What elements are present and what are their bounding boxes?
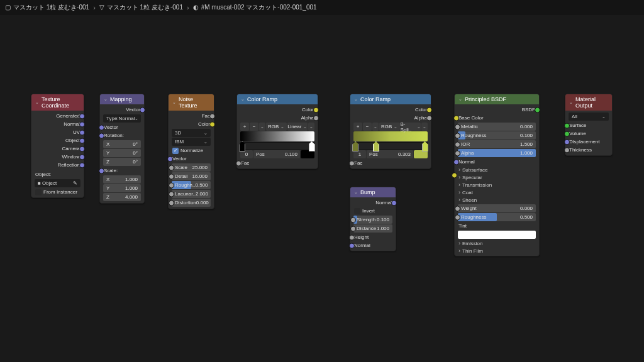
breadcrumb-item[interactable]: ◐#M muscat-002 マスカット-002-001_001 (193, 3, 317, 12)
ramp-tools[interactable]: ⌄ (421, 123, 428, 131)
socket[interactable] (349, 234, 355, 240)
socket[interactable] (455, 206, 460, 211)
bsdf-sheen-rough[interactable]: Roughness0.500 (458, 213, 536, 221)
socket[interactable] (99, 133, 104, 138)
rot-y[interactable]: Y0° (103, 149, 141, 157)
ramp-mode[interactable]: RGB⌄ (266, 123, 287, 131)
socket[interactable] (167, 156, 173, 162)
socket[interactable] (350, 226, 356, 231)
scale-x[interactable]: X1.000 (103, 175, 141, 184)
output-target[interactable]: All⌄ (569, 112, 609, 121)
socket[interactable] (455, 214, 460, 220)
normalize-check[interactable]: ✓ (172, 148, 179, 154)
node-color-ramp-1[interactable]: ⌄Color Ramp Color Alpha + − ⌄ RGB⌄ Linea… (236, 94, 318, 169)
noise-scale[interactable]: Scale25.000 (172, 163, 211, 172)
noise-type[interactable]: fBM⌄ (172, 138, 211, 146)
bsdf-metallic[interactable]: Metallic0.000 (458, 123, 536, 131)
node-bump[interactable]: ⌄Bump Normal Invert Strength0.100 Distan… (350, 187, 396, 251)
rot-x[interactable]: X0° (103, 140, 141, 148)
socket[interactable] (313, 115, 319, 121)
ramp-interp[interactable]: B-Spli..⌄ (401, 123, 421, 131)
noise-roughness[interactable]: Roughn..0.500 (172, 181, 211, 189)
invert-check[interactable] (354, 208, 360, 214)
bump-distance[interactable]: Distance1.000 (353, 224, 392, 233)
socket[interactable] (564, 123, 570, 128)
noise-detail[interactable]: Detail16.000 (172, 172, 211, 180)
from-instancer-check[interactable] (35, 189, 42, 195)
node-material-output[interactable]: ⌄Material Output All⌄ Surface Volume Dis… (565, 94, 613, 156)
socket[interactable] (564, 147, 570, 153)
panel-sheen[interactable]: Sheen (457, 196, 537, 204)
socket[interactable] (535, 107, 540, 112)
socket[interactable] (140, 107, 145, 112)
ramp-menu[interactable]: ⌄ (372, 123, 379, 131)
socket[interactable] (99, 168, 104, 173)
bsdf-alpha[interactable]: Alpha1.000 (458, 149, 536, 157)
bsdf-roughness[interactable]: Roughness0.100 (458, 131, 536, 140)
socket[interactable] (79, 154, 85, 160)
ramp-tools[interactable]: ⌄ (308, 123, 314, 131)
scale-z[interactable]: Z4.000 (103, 193, 141, 201)
ramp-add[interactable]: + (353, 123, 362, 131)
panel-subsurface[interactable]: Subsurface (457, 166, 537, 173)
socket[interactable] (169, 165, 174, 170)
bsdf-weight[interactable]: Weight0.000 (458, 204, 536, 212)
panel-specular[interactable]: Specular (457, 173, 537, 181)
node-texture-coordinate[interactable]: ⌄Texture Coordinate Generated Normal UV … (31, 94, 84, 198)
object-picker[interactable]: ■ Object✎ (35, 179, 80, 187)
socket[interactable] (169, 182, 174, 188)
socket[interactable] (169, 191, 174, 197)
socket[interactable] (455, 141, 460, 147)
socket[interactable] (79, 146, 85, 151)
breadcrumb-item[interactable]: ▢マスカット 1粒 皮むき-001 (5, 3, 89, 12)
socket[interactable] (99, 124, 104, 130)
ramp-add[interactable]: + (240, 123, 249, 131)
panel-coat[interactable]: Coat (457, 189, 537, 196)
node-mapping[interactable]: ⌄Mapping Vector Type:Normal⌄ Vector Rota… (99, 94, 145, 204)
collapse-icon[interactable]: ⌄ (35, 100, 39, 105)
socket[interactable] (455, 124, 460, 129)
ramp-remove[interactable]: − (250, 123, 258, 131)
socket[interactable] (426, 107, 432, 112)
socket[interactable] (350, 217, 356, 222)
scale-y[interactable]: Y1.000 (103, 184, 141, 192)
socket[interactable] (349, 160, 355, 166)
socket[interactable] (313, 107, 319, 112)
mapping-type[interactable]: Type:Normal⌄ (103, 114, 141, 123)
socket[interactable] (79, 121, 85, 127)
socket[interactable] (455, 133, 460, 138)
ramp-remove[interactable]: − (363, 123, 372, 131)
stop-pos[interactable]: Pos0.100 (253, 150, 300, 158)
breadcrumb-item[interactable]: ▽マスカット 1粒 皮むき-001 (99, 3, 183, 12)
socket[interactable] (455, 150, 460, 156)
socket[interactable] (169, 200, 174, 206)
socket[interactable] (236, 160, 242, 166)
socket[interactable] (426, 115, 432, 121)
noise-lacunarity[interactable]: Lacunar..2.000 (172, 190, 211, 198)
tint-swatch[interactable] (458, 231, 536, 239)
socket[interactable] (564, 139, 570, 145)
panel-emission[interactable]: Emission (457, 239, 537, 247)
noise-distortion[interactable]: Distortion0.000 (172, 199, 211, 207)
socket[interactable] (453, 115, 459, 121)
bump-strength[interactable]: Strength0.100 (353, 216, 392, 224)
ramp-interp[interactable]: Linear⌄ (287, 123, 308, 131)
panel-transmission[interactable]: Transmission (457, 181, 537, 189)
node-noise-texture[interactable]: ⌄Noise Texture Fac Color 3D⌄ fBM⌄ ✓Norma… (168, 94, 214, 209)
noise-dim[interactable]: 3D⌄ (172, 129, 211, 137)
socket[interactable] (209, 113, 215, 119)
socket[interactable] (79, 138, 85, 143)
socket[interactable] (452, 172, 457, 178)
socket[interactable] (169, 173, 174, 179)
panel-thinfilm[interactable]: Thin Film (457, 247, 537, 255)
socket[interactable] (391, 200, 397, 206)
socket[interactable] (453, 159, 459, 165)
socket[interactable] (564, 131, 570, 136)
socket[interactable] (79, 162, 85, 168)
ramp-menu[interactable]: ⌄ (259, 123, 265, 131)
socket[interactable] (209, 121, 215, 127)
rot-z[interactable]: Z0° (103, 158, 141, 166)
ramp-gradient[interactable] (353, 131, 428, 141)
bsdf-ior[interactable]: IOR1.500 (458, 140, 536, 148)
socket[interactable] (79, 129, 85, 135)
